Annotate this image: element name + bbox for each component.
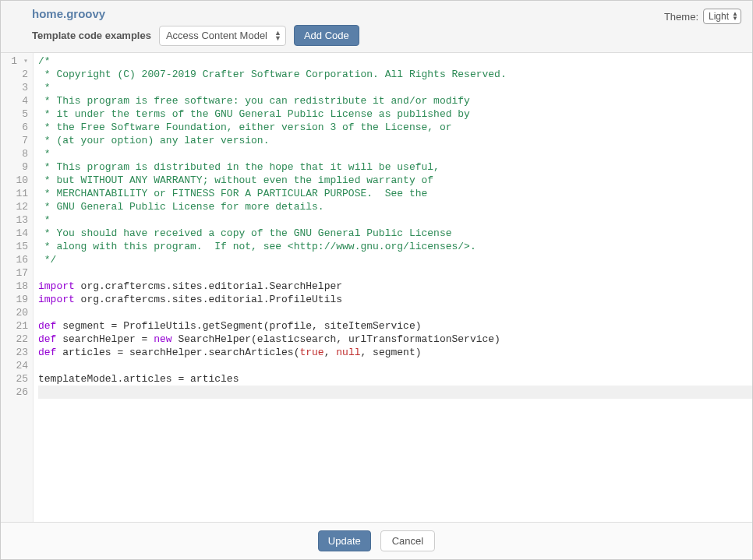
toolbar: Template code examples Access Content Mo… [10, 25, 743, 46]
line-number: 9 [1, 160, 28, 174]
code-line[interactable] [38, 359, 752, 372]
template-dropdown-wrap: Access Content Model ▲▼ [159, 26, 286, 46]
toolbar-label: Template code examples [32, 30, 151, 41]
code-line[interactable]: * but WITHOUT ANY WARRANTY; without even… [38, 174, 752, 187]
code-line[interactable]: * it under the terms of the GNU General … [38, 107, 752, 121]
code-line[interactable]: * This program is distributed in the hop… [38, 160, 752, 174]
code-line[interactable]: * the Free Software Foundation, either v… [38, 121, 752, 134]
code-line[interactable]: templateModel.articles = articles [38, 372, 752, 386]
theme-label: Theme: [664, 11, 698, 23]
code-area[interactable]: /* * Copyright (C) 2007-2019 Crafter Sof… [34, 53, 752, 522]
dialog-footer: Update Cancel [1, 522, 752, 559]
line-number: 26 [1, 386, 28, 399]
theme-dropdown-wrap: Light ▲▼ [703, 9, 741, 24]
line-number: 22 [1, 333, 28, 346]
code-line[interactable]: def segment = ProfileUtils.getSegment(pr… [38, 319, 752, 333]
code-line[interactable]: import org.craftercms.sites.editorial.Pr… [38, 293, 752, 306]
line-number: 4 [1, 94, 28, 107]
line-number: 25 [1, 372, 28, 386]
file-name: home.groovy [32, 5, 743, 20]
line-number: 10 [1, 174, 28, 187]
code-line[interactable]: * This program is free software: you can… [38, 94, 752, 107]
line-number: 13 [1, 213, 28, 227]
theme-dropdown[interactable]: Light [703, 9, 741, 24]
update-button[interactable]: Update [318, 530, 371, 551]
line-number: 8 [1, 147, 28, 160]
line-number: 12 [1, 200, 28, 213]
line-number: 11 [1, 187, 28, 200]
line-number: 23 [1, 346, 28, 359]
line-number: 18 [1, 280, 28, 293]
line-number: 1 ▾ [1, 55, 28, 68]
line-number: 15 [1, 240, 28, 253]
code-line[interactable]: */ [38, 253, 752, 266]
line-gutter: 1 ▾2345678910111213141516171819202122232… [1, 53, 34, 522]
template-dropdown[interactable]: Access Content Model [159, 26, 286, 46]
cancel-button[interactable]: Cancel [380, 530, 435, 551]
code-line[interactable]: * [38, 147, 752, 160]
code-line[interactable]: * [38, 213, 752, 227]
line-number: 5 [1, 107, 28, 121]
code-editor[interactable]: 1 ▾2345678910111213141516171819202122232… [1, 53, 752, 522]
add-code-button[interactable]: Add Code [294, 25, 359, 46]
code-line[interactable]: * Copyright (C) 2007-2019 Crafter Softwa… [38, 68, 752, 81]
line-number: 19 [1, 293, 28, 306]
line-number: 2 [1, 68, 28, 81]
code-line[interactable]: * GNU General Public License for more de… [38, 200, 752, 213]
code-line[interactable]: def articles = searchHelper.searchArticl… [38, 346, 752, 359]
line-number: 24 [1, 359, 28, 372]
code-line[interactable] [38, 386, 752, 399]
line-number: 6 [1, 121, 28, 134]
theme-controls: Theme: Light ▲▼ [664, 9, 741, 24]
code-line[interactable]: * MERCHANTABILITY or FITNESS FOR A PARTI… [38, 187, 752, 200]
code-line[interactable]: def searchHelper = new SearchHelper(elas… [38, 333, 752, 346]
code-line[interactable] [38, 306, 752, 319]
line-number: 21 [1, 319, 28, 333]
code-line[interactable]: * (at your option) any later version. [38, 134, 752, 147]
line-number: 14 [1, 227, 28, 240]
line-number: 7 [1, 134, 28, 147]
line-number: 17 [1, 266, 28, 280]
code-line[interactable]: * along with this program. If not, see <… [38, 240, 752, 253]
fold-toggle-icon[interactable]: ▾ [23, 57, 28, 65]
code-line[interactable] [38, 266, 752, 280]
code-line[interactable]: * You should have received a copy of the… [38, 227, 752, 240]
editor-header: home.groovy Template code examples Acces… [1, 1, 752, 53]
code-line[interactable]: /* [38, 55, 752, 68]
line-number: 20 [1, 306, 28, 319]
code-line[interactable]: * [38, 81, 752, 94]
code-line[interactable]: import org.craftercms.sites.editorial.Se… [38, 280, 752, 293]
line-number: 16 [1, 253, 28, 266]
line-number: 3 [1, 81, 28, 94]
